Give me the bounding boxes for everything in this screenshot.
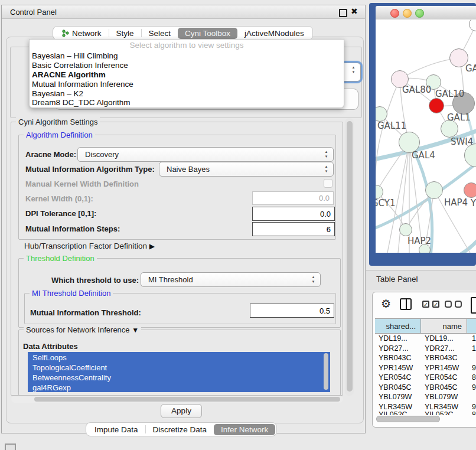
tab-network[interactable]: Network [54,28,109,38]
checked-checkbox-icon[interactable]: ✓ [432,301,439,308]
dpi-tolerance-field[interactable] [252,207,335,221]
network-window-titlebar[interactable] [376,6,476,20]
cell-value: 9. [472,383,476,392]
dpi-tolerance-label: DPI Tolerance [0,1]: [25,209,96,218]
tab-jactivemnodules[interactable]: jActiveMNodules [237,28,311,38]
node-label: Y [471,198,476,208]
cell-name: YBR043C [425,354,466,362]
attribute-item[interactable]: gal4RGexp [32,383,71,392]
node-label: HAP4 [444,197,468,208]
node-label: HAP2 [407,236,431,246]
cell-shared: YIL052C [379,410,420,415]
screen: Control Panel ✖ ▲▼ Netw [0,0,476,450]
table-row[interactable]: YER054C YER054C 8. [375,373,476,383]
cell-name: YBR045C [425,383,466,392]
cell-shared: YBL079W [379,393,420,401]
top-tab-bar: Network Style Select Cyni Toolbox jActiv… [53,26,313,40]
control-panel-titlebar: Control Panel ✖ [2,5,365,19]
algorithm-option[interactable]: Bayesian – K2 [32,89,83,99]
attribute-item[interactable]: TopologicalCoefficient [32,363,107,373]
combo-arrows-icon: ▲▼ [324,164,329,174]
cell-shared: YPR145W [379,364,420,372]
algorithm-option[interactable]: Basic Correlation Inference [32,61,128,70]
network-node[interactable] [425,181,443,199]
data-attributes-list[interactable]: SelfLoops TopologicalCoefficient Between… [28,352,330,392]
node-label: GCY1 [376,198,396,208]
settings-hscrollbar-thumb[interactable] [34,397,340,402]
which-threshold-value: MI Threshold [148,275,193,284]
table-row[interactable]: YBR043C YBR043C [375,354,476,364]
float-window-icon[interactable] [339,9,347,17]
algorithm-option[interactable]: Dream8 DC_TDC Algorithm [32,98,131,107]
attribute-item[interactable]: SelfLoops [32,353,67,363]
select-columns-icon[interactable] [400,298,412,310]
cell-shared: YBR045C [379,383,420,392]
column-header-shared[interactable]: shared... [375,318,421,334]
column-header-name[interactable]: name [421,318,467,334]
data-attributes-label: Data Attributes [23,342,78,351]
mi-steps-field[interactable] [252,222,335,236]
network-node[interactable] [399,223,412,236]
settings-vscrollbar-thumb[interactable] [347,121,353,392]
mi-threshold-field[interactable] [250,304,334,318]
close-traffic-light[interactable] [390,9,399,18]
algorithm-option-selected[interactable]: ARACNE Algorithm [32,70,106,80]
node-label: GAL4 [412,150,435,161]
tab-impute-data[interactable]: Impute Data [87,425,145,435]
panel-title: Control Panel [10,8,57,17]
table-row[interactable]: YIL052C YIL052C 8. [375,410,476,415]
node-label: GAL11 [377,120,406,131]
threshold-definition-title: Threshold Definition [24,254,97,263]
minimize-traffic-light[interactable] [403,9,412,18]
tab-cyni-toolbox[interactable]: Cyni Toolbox [178,28,237,39]
cell-shared: YDL19... [379,334,420,343]
node-label: SWI4 [451,136,473,147]
tab-infer-network[interactable]: Infer Network [214,424,275,435]
attribute-item[interactable]: BetweennessCentrality [32,373,111,383]
expanded-arrow-icon[interactable]: ▼ [132,326,139,334]
aracne-mode-label: Aracne Mode: [25,150,76,159]
manual-kernel-label: Manual Kernel Width Definition [25,180,139,188]
cell-name: YIL052C [425,410,466,415]
mi-type-label: Mutual Information Algorithm Type: [25,165,155,174]
tab-discretize-data[interactable]: Discretize Data [146,425,214,435]
gear-icon[interactable]: ⚙ [381,297,391,311]
tab-style[interactable]: Style [109,28,141,38]
column-header-partial[interactable] [467,318,476,334]
close-icon[interactable]: ✖ [351,6,358,16]
attributes-scrollbar-thumb[interactable] [324,353,328,390]
algorithm-option[interactable]: Bayesian – Hill Climbing [32,51,118,61]
sources-group-title: Sources for Network Inference ▼ [24,325,141,334]
algorithm-dropdown-popup: Select algorithm to view settings Bayesi… [29,39,344,108]
file-icon[interactable] [471,297,476,314]
cell-value: 8. [472,373,476,381]
table-row[interactable]: YDL19... YDL19... 13 [375,334,476,344]
zoom-traffic-light[interactable] [415,9,424,18]
cell-name: YDL19... [425,334,466,343]
which-threshold-combo[interactable]: MI Threshold ▲▼ [141,272,321,287]
checked-checkbox-icon[interactable]: ✓ [422,301,429,308]
table-row[interactable]: YBL079W YBL079W [375,393,476,403]
settings-group-title: Cyni Algorithm Settings [16,118,100,126]
minimized-panel-icon[interactable] [5,444,16,450]
kernel-width-field [252,191,334,205]
mi-type-combo[interactable]: Naive Bayes ▲▼ [159,162,334,177]
table-row[interactable]: YPR145W YPR145W 9. [375,364,476,374]
aracne-mode-combo[interactable]: Discovery ▲▼ [77,147,334,162]
table-row[interactable]: YDR27... YDR27... 12 [375,344,476,354]
network-canvas[interactable]: GAL GAL80 GAL10 GAL1 GAL11 SWI4 GAL4 GCY… [376,19,476,253]
network-node[interactable] [464,182,476,198]
unchecked-checkbox-icon[interactable] [445,301,452,308]
unchecked-checkbox-icon[interactable] [455,301,462,308]
cell-shared: YBR043C [379,354,420,362]
network-node-selected[interactable] [429,98,444,113]
table-panel: ⚙ ✓ ✓ shared... name YDL19... YDL19... 1… [372,292,476,428]
tab-select[interactable]: Select [142,28,178,38]
hub-definition-toggle[interactable]: Hub/Transcription Factor Definition ▶ [24,242,155,250]
cell-shared: YLR345W [379,403,420,411]
apply-button[interactable]: Apply [161,404,202,418]
algorithm-option[interactable]: Mutual Information Inference [32,80,133,89]
table-hscrollbar-thumb[interactable] [376,416,440,422]
table-row[interactable]: YBR045C YBR045C 9. [375,383,476,393]
table-panel-title: Table Panel [376,275,418,283]
